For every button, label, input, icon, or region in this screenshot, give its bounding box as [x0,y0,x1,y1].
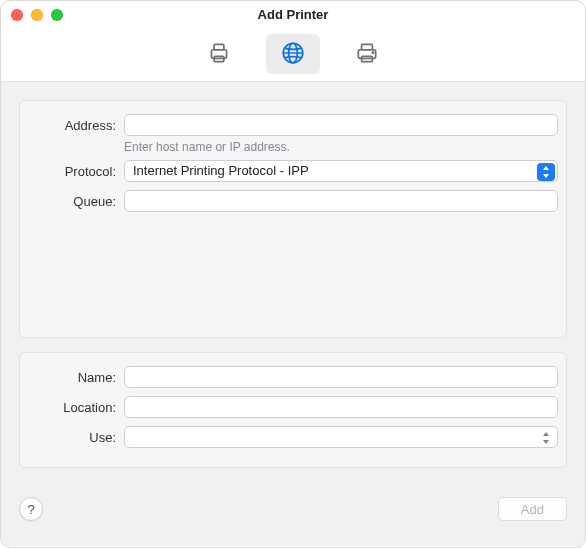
protocol-label: Protocol: [28,164,124,179]
window-close-button[interactable] [11,9,23,21]
location-label: Location: [28,400,124,415]
globe-icon [280,40,306,69]
address-hint: Enter host name or IP address. [124,140,558,154]
use-select[interactable] [124,426,558,448]
body: Address: Enter host name or IP address. … [1,82,585,546]
address-label: Address: [28,118,124,133]
protocol-select[interactable]: Internet Printing Protocol - IPP [124,160,558,182]
window-title: Add Printer [1,1,585,29]
use-label: Use: [28,430,124,445]
default-printer-tab[interactable] [192,34,246,74]
windows-printer-tab[interactable] [340,34,394,74]
queue-label: Queue: [28,194,124,209]
protocol-value: Internet Printing Protocol - IPP [133,163,309,178]
titlebar: Add Printer [1,1,585,29]
updown-icon [537,429,555,447]
svg-rect-1 [214,44,224,49]
connection-panel: Address: Enter host name or IP address. … [19,100,567,338]
name-label: Name: [28,370,124,385]
add-printer-window: Add Printer [0,0,586,548]
window-zoom-button[interactable] [51,9,63,21]
footer: ? Add [19,490,567,528]
toolbar [1,27,585,82]
printer-alt-icon [354,40,380,69]
help-button[interactable]: ? [19,497,43,521]
address-input[interactable] [124,114,558,136]
details-panel: Name: Location: Use: [19,352,567,468]
ip-printer-tab[interactable] [266,34,320,74]
printer-icon [206,40,232,69]
svg-point-9 [372,51,373,52]
queue-input[interactable] [124,190,558,212]
svg-rect-7 [362,44,373,49]
updown-icon [537,163,555,181]
add-button[interactable]: Add [498,497,567,521]
window-minimize-button[interactable] [31,9,43,21]
location-input[interactable] [124,396,558,418]
name-input[interactable] [124,366,558,388]
